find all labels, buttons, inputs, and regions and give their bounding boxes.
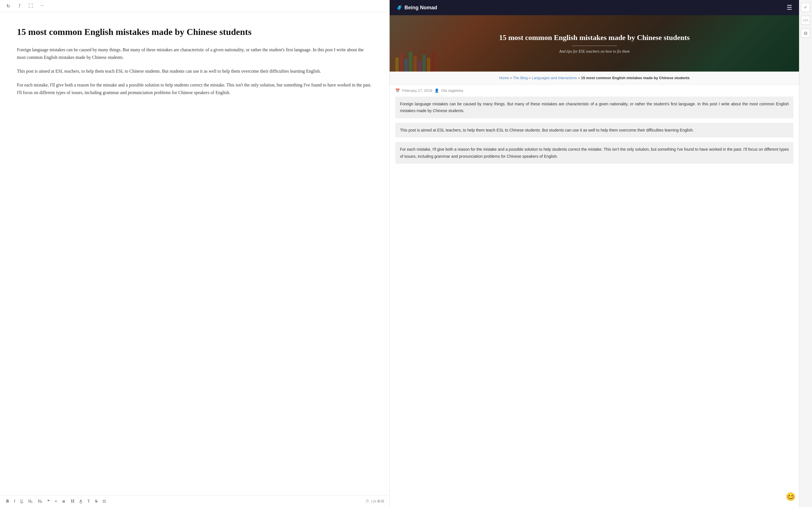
logo-text: Being Nomad <box>404 5 437 11</box>
browser-content[interactable]: 🧳 Being Nomad ☰ 15 most common English m… <box>390 0 799 507</box>
blog-logo: 🧳 Being Nomad <box>396 4 437 11</box>
breadcrumb-sep-1: » <box>510 76 512 80</box>
text-color-button[interactable]: A̲ <box>79 498 84 504</box>
hero-section: 15 most common English mistakes made by … <box>390 15 799 71</box>
editor-body: Foreign language mistakes can be caused … <box>17 46 372 97</box>
right-sidebar: ✓ </> ⊟ <box>799 0 812 507</box>
post-author: Ola Jagielska <box>441 89 463 93</box>
refresh-icon[interactable]: ↻ <box>5 3 11 9</box>
editor-toolbar-bottom: B I U H₁ H₂ ❝ ≡ ≣ ⛓ A̲ T S̶ ⊡ ⏱ 129 单词 <box>0 495 389 507</box>
breadcrumb-current: 15 most common English mistakes made by … <box>581 76 690 80</box>
editor-panel: ↻ ⤴ ⛶ ··· 15 most common English mistake… <box>0 0 390 507</box>
image-button[interactable]: ⊡ <box>101 498 107 504</box>
clock-icon: ⏱ <box>365 499 369 504</box>
bold-button[interactable]: B <box>5 499 10 504</box>
post-meta: 📅 February 17, 2019 👤 Ola Jagielska <box>390 84 799 97</box>
breadcrumb-category[interactable]: Languages and Interactions <box>532 76 577 80</box>
more-icon[interactable]: ··· <box>39 3 45 9</box>
browser-panel: ✓ </> ⊟ 🧳 Being Nomad ☰ <box>390 0 812 507</box>
editor-para-1: Foreign language mistakes can be caused … <box>17 46 372 61</box>
logo-icon: 🧳 <box>396 4 403 11</box>
editor-toolbar-top: ↻ ⤴ ⛶ ··· <box>0 0 389 12</box>
hero-divider <box>572 46 617 46</box>
breadcrumb: Home » The Blog » Languages and Interact… <box>390 71 799 84</box>
h2-button[interactable]: H₂ <box>37 498 43 504</box>
hero-subtitle: And tips for ESL teachers on how to fix … <box>559 49 630 54</box>
editor-para-3: For each mistake, I'll give both a reaso… <box>17 81 372 96</box>
breadcrumb-home[interactable]: Home <box>499 76 509 80</box>
blockquote-button[interactable]: ❝ <box>46 498 51 504</box>
check-icon[interactable]: ✓ <box>801 3 810 12</box>
code-icon[interactable]: </> <box>801 16 810 25</box>
article-para-1: Foreign language mistakes can be caused … <box>395 97 794 118</box>
breadcrumb-blog[interactable]: The Blog <box>513 76 527 80</box>
unordered-list-button[interactable]: ≡ <box>54 499 58 504</box>
expand-icon[interactable]: ⛶ <box>28 3 34 9</box>
underline-button[interactable]: U <box>19 499 24 504</box>
breadcrumb-sep-3: » <box>578 76 580 80</box>
ordered-list-button[interactable]: ≣ <box>61 498 66 504</box>
word-count-value: 129 单词 <box>371 499 385 504</box>
editor-content-area[interactable]: 15 most common English mistakes made by … <box>0 12 389 495</box>
h1-button[interactable]: H₁ <box>27 498 34 504</box>
stack-icon[interactable]: ⊟ <box>801 29 810 38</box>
calendar-icon: 📅 <box>395 89 400 93</box>
author-icon: 👤 <box>435 89 439 93</box>
article-para-3: For each mistake, I'll give both a reaso… <box>395 142 794 164</box>
article-para-2: This post is aimed at ESL teachers, to h… <box>395 123 794 138</box>
hero-title: 15 most common English mistakes made by … <box>499 33 690 43</box>
editor-title: 15 most common English mistakes made by … <box>17 26 372 38</box>
strikethrough-button[interactable]: S̶ <box>94 498 99 504</box>
word-count: ⏱ 129 单词 <box>365 499 385 504</box>
post-date: February 17, 2019 <box>402 89 432 93</box>
breadcrumb-sep-2: » <box>529 76 530 80</box>
blog-header: 🧳 Being Nomad ☰ <box>390 0 799 15</box>
hamburger-menu-icon[interactable]: ☰ <box>786 4 792 11</box>
share-icon[interactable]: ⤴ <box>16 3 22 9</box>
hero-overlay: 15 most common English mistakes made by … <box>390 15 799 71</box>
emoji-fab[interactable]: 😊 <box>786 492 796 501</box>
italic-button[interactable]: I <box>13 499 16 504</box>
link-button[interactable]: ⛓ <box>69 499 75 504</box>
editor-para-2: This post is aimed at ESL teachers, to h… <box>17 67 372 75</box>
font-button[interactable]: T <box>86 499 91 504</box>
article-body: Foreign language mistakes can be caused … <box>390 97 799 174</box>
